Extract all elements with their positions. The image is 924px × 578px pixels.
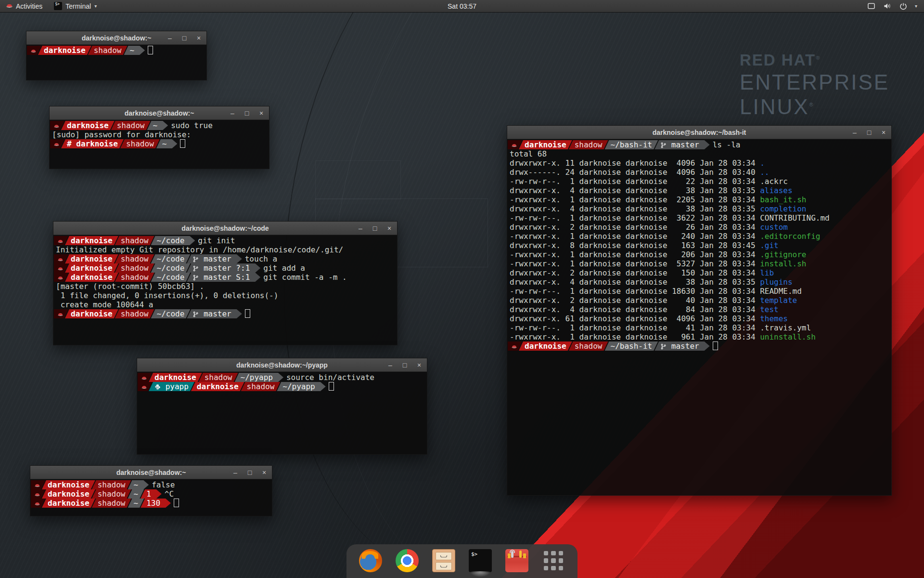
dock-item-terminal[interactable]: $> — [469, 549, 492, 572]
minimize-button[interactable]: – — [357, 224, 364, 232]
file-name: custom — [760, 223, 788, 232]
prompt-segment-path: ~/code — [151, 309, 191, 318]
window-titlebar[interactable]: darknoise@shadow:~/pyapp – □ × — [137, 358, 427, 372]
terminal-line: drwxrwxr-x. 2 darknoise darknoise 40 Jan… — [508, 296, 891, 305]
ls-row-columns: -rw-rw-r--. 1 darknoise darknoise 41 Jan… — [508, 323, 760, 332]
terminal-line: [master (root-commit) 50bcb63] . — [54, 282, 397, 291]
prompt-segment-host: shadow — [92, 489, 131, 499]
prompt-segment-git: master S:1 — [187, 273, 260, 282]
maximize-button[interactable]: □ — [180, 34, 188, 42]
maximize-button[interactable]: □ — [865, 129, 873, 136]
terminal-line: darknoiseshadow~ — [27, 46, 206, 55]
ls-row-columns: drwxrwxr-x. 61 darknoise darknoise 4096 … — [508, 314, 760, 323]
terminal-line: -rwxrwxr-x. 1 darknoise darknoise 206 Ja… — [508, 250, 891, 259]
terminal-line: drwx------. 24 darknoise darknoise 4096 … — [508, 168, 891, 177]
terminal-line: [sudo] password for darknoise: — [50, 130, 269, 139]
maximize-button[interactable]: □ — [246, 469, 254, 476]
display-icon[interactable] — [867, 2, 875, 10]
window-titlebar[interactable]: darknoise@shadow:~/bash-it – □ × — [507, 126, 891, 139]
prompt-segment-exit: 130 — [141, 499, 171, 508]
dock-item-app-grid[interactable] — [542, 549, 565, 572]
window-titlebar[interactable]: darknoise@shadow:~ – □ × — [26, 31, 206, 45]
power-icon[interactable] — [899, 2, 907, 10]
prompt-segment-user: darknoise — [38, 46, 91, 55]
terminal-line: drwxrwxr-x. 4 darknoise darknoise 38 Jan… — [508, 277, 891, 287]
output-text: total 68 — [508, 149, 547, 158]
minimize-button[interactable]: – — [386, 361, 394, 369]
prompt-segment-host: shadow — [92, 499, 131, 508]
close-button[interactable]: × — [415, 361, 423, 369]
brand-line-enterprise: ENTERPRISE — [740, 70, 889, 94]
volume-icon[interactable] — [883, 2, 892, 10]
redhat-icon — [34, 490, 40, 499]
terminal-window-code: darknoise@shadow:~/code – □ × darknoises… — [53, 221, 398, 345]
prompt-segment-host: shadow — [569, 342, 608, 351]
terminal-line: drwxrwxr-x. 8 darknoise darknoise 163 Ja… — [508, 241, 891, 250]
file-name: themes — [760, 314, 788, 323]
terminal-content[interactable]: darknoiseshadow~ — [26, 45, 206, 80]
terminal-line: darknoiseshadow~sudo true — [50, 121, 269, 130]
maximize-button[interactable]: □ — [243, 109, 251, 117]
close-button[interactable]: × — [880, 129, 887, 136]
window-title: darknoise@shadow:~/code — [181, 224, 269, 232]
close-button[interactable]: × — [257, 109, 265, 117]
terminal-line: darknoiseshadow~/code master — [54, 309, 397, 318]
minimize-button[interactable]: – — [166, 34, 174, 42]
terminal-content[interactable]: darknoiseshadow~/pyappsource bin/activat… — [137, 372, 427, 454]
terminal-content[interactable]: darknoiseshadow~/codegit initInitialized… — [53, 235, 397, 345]
terminal-content[interactable]: darknoiseshadow~sudo true[sudo] password… — [50, 120, 269, 169]
file-name: completion — [760, 204, 806, 213]
clock[interactable]: Sat 03:57 — [0, 2, 924, 10]
prompt-segment-path: ~/code — [151, 273, 191, 282]
terminal-window-home-2: darknoise@shadow:~ – □ × darknoiseshadow… — [30, 465, 272, 516]
git-branch-icon — [660, 141, 667, 150]
brand-line-redhat: RED HAT® — [740, 51, 889, 69]
minimize-button[interactable]: – — [851, 129, 859, 136]
window-titlebar[interactable]: darknoise@shadow:~ – □ × — [50, 106, 269, 120]
activities-button[interactable]: Activities — [0, 0, 48, 12]
prompt-segment-user: darknoise — [42, 499, 95, 508]
minimize-button[interactable]: – — [229, 109, 236, 117]
command-text: git init — [198, 236, 235, 245]
window-titlebar[interactable]: darknoise@shadow:~ – □ × — [30, 466, 272, 479]
terminal-line: total 68 — [508, 149, 891, 158]
terminal-content[interactable]: darknoiseshadow~falsedarknoiseshadow~1^C… — [30, 479, 272, 516]
window-titlebar[interactable]: darknoise@shadow:~/code – □ × — [53, 222, 397, 235]
close-button[interactable]: × — [260, 469, 268, 476]
ls-row-columns: -rw-rw-r--. 1 darknoise darknoise 18630 … — [508, 287, 760, 296]
git-branch-icon — [192, 264, 199, 274]
chevron-down-icon[interactable]: ▾ — [915, 3, 917, 9]
prompt-segment-user: darknoise — [65, 263, 118, 273]
prompt-segment-git: master — [187, 309, 242, 318]
maximize-button[interactable]: □ — [401, 361, 409, 369]
redhat-icon — [57, 310, 64, 319]
minimize-button[interactable]: – — [231, 469, 239, 476]
terminal-content[interactable]: darknoiseshadow~/bash-it masterls -latot… — [507, 139, 891, 495]
output-text: create mode 100644 a — [54, 300, 153, 309]
app-menu-terminal[interactable]: $> Terminal ▾ — [48, 0, 103, 12]
prompt-segment-host: shadow — [120, 139, 160, 148]
terminal-cursor — [148, 46, 153, 54]
dock-item-chrome[interactable] — [396, 549, 419, 572]
terminal-line: Initialized empty Git repository in /hom… — [54, 245, 397, 254]
terminal-line: drwxrwxr-x. 4 darknoise darknoise 38 Jan… — [508, 186, 891, 195]
prompt-segment-host: shadow — [115, 263, 154, 273]
terminal-line: -rwxrwxr-x. 1 darknoise darknoise 2205 J… — [508, 195, 891, 204]
git-branch-icon — [192, 255, 199, 264]
git-branch-icon — [660, 342, 667, 352]
maximize-button[interactable]: □ — [371, 224, 379, 232]
terminal-line: # darknoiseshadow~ — [50, 139, 269, 148]
terminal-cursor — [245, 309, 250, 318]
ls-row-columns: -rwxrwxr-x. 1 darknoise darknoise 961 Ja… — [508, 332, 760, 342]
terminal-line: -rw-rw-r--. 1 darknoise darknoise 18630 … — [508, 287, 891, 296]
terminal-line: darknoiseshadow~/bash-it masterls -la — [508, 140, 891, 149]
dock-item-toolbox[interactable] — [505, 549, 528, 572]
prompt-segment-host: shadow — [115, 254, 154, 263]
file-name: README.md — [760, 287, 802, 296]
activities-label: Activities — [16, 2, 42, 10]
dock: $> — [346, 544, 578, 578]
close-button[interactable]: × — [385, 224, 393, 232]
dock-item-files[interactable] — [432, 549, 455, 572]
close-button[interactable]: × — [195, 34, 203, 42]
dock-item-firefox[interactable] — [359, 549, 382, 572]
